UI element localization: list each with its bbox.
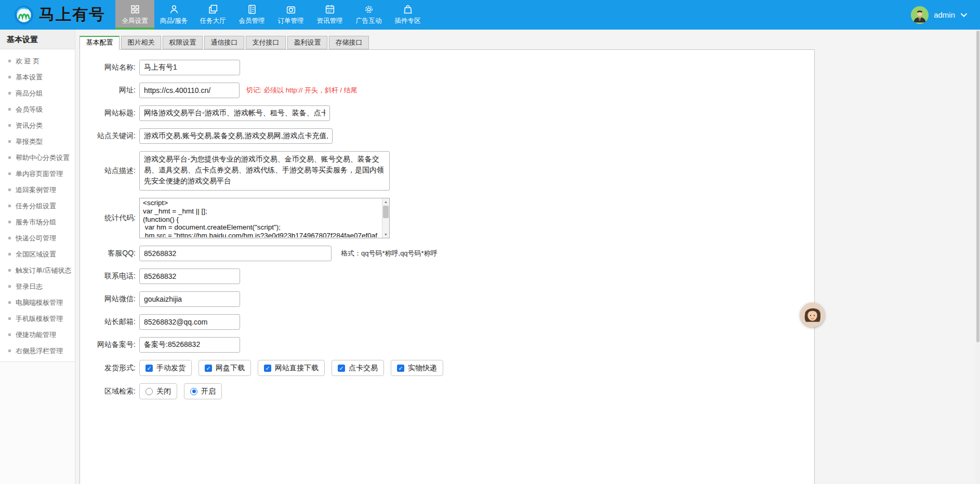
scroll-down-icon[interactable]: ▼: [382, 231, 389, 238]
field-label: 网站备案号:: [83, 340, 136, 349]
tab-storage-api[interactable]: 存储接口: [329, 36, 369, 49]
calendar-icon: [324, 4, 336, 15]
form-row-delivery: 发货形式: 手动发货 网盘下载 网站直接下载 点卡交易: [80, 360, 814, 376]
radio-checked-icon: [190, 388, 197, 395]
sidebar-item-news-categories[interactable]: 资讯分类: [0, 117, 75, 133]
field-label: 客服QQ:: [83, 249, 136, 258]
nav-item-news[interactable]: 资讯管理: [310, 0, 349, 30]
sidebar-item-mobile-templates[interactable]: 手机版模板管理: [0, 311, 75, 327]
nav-item-members[interactable]: 会员管理: [232, 0, 271, 30]
user-icon: [168, 4, 180, 15]
form-row-icp-number: 网站备案号:: [80, 337, 814, 353]
sidebar-item-task-groups[interactable]: 任务分组设置: [0, 198, 75, 214]
scroll-up-icon[interactable]: ▲: [382, 198, 389, 205]
user-menu[interactable]: admin: [911, 0, 968, 30]
topbar: 马上有号 全局设置 商品/服务 任务大厅: [0, 0, 980, 30]
checkbox-manual-delivery[interactable]: 手动发货: [139, 360, 192, 376]
sidebar-item-recovery-cases[interactable]: 追回案例管理: [0, 182, 75, 198]
bullet-icon: [8, 285, 11, 288]
sidebar-item-single-pages[interactable]: 单内容页面管理: [0, 166, 75, 182]
site-name-input[interactable]: [139, 60, 240, 75]
checkbox-card-trade[interactable]: 点卡交易: [332, 360, 384, 376]
site-keywords-input[interactable]: [139, 128, 333, 144]
tab-profit-settings[interactable]: 盈利设置: [287, 36, 327, 49]
form-row-contact-phone: 联系电话:: [80, 268, 814, 284]
nav-item-ads[interactable]: 广告互动: [349, 0, 388, 30]
bullet-icon: [8, 301, 11, 304]
sidebar-item-help-categories[interactable]: 帮助中心分类设置: [0, 150, 75, 166]
sidebar-item-basic-settings[interactable]: 基本设置: [0, 69, 75, 85]
site-wechat-input[interactable]: [139, 291, 240, 307]
service-qq-input[interactable]: [139, 246, 332, 261]
bag-icon: [402, 4, 414, 15]
tab-images[interactable]: 图片相关: [121, 36, 161, 49]
sidebar-item-report-types[interactable]: 举报类型: [0, 133, 75, 150]
tab-payment-api[interactable]: 支付接口: [246, 36, 286, 49]
tab-communication-api[interactable]: 通信接口: [204, 36, 244, 49]
app-logo: 马上有号: [0, 0, 115, 30]
sidebar-item-product-groups[interactable]: 商品分组: [0, 85, 75, 101]
bullet-icon: [8, 205, 11, 207]
icp-number-input[interactable]: [139, 337, 240, 353]
sidebar-item-right-float-bar[interactable]: 右侧悬浮栏管理: [0, 343, 75, 359]
sidebar-item-trigger-order-status[interactable]: 触发订单/店铺状态: [0, 262, 75, 278]
site-title-input[interactable]: [139, 105, 330, 121]
sidebar-list: 欢 迎 页 基本设置 商品分组 会员等级 资讯分类 举报类型 帮助中心分类设置 …: [0, 49, 75, 359]
checkbox-physical-express[interactable]: 实物快递: [391, 360, 443, 376]
site-url-input[interactable]: [139, 83, 240, 98]
tab-basic-config[interactable]: 基本配置: [80, 36, 120, 50]
checkbox-direct-download[interactable]: 网站直接下载: [258, 360, 325, 376]
sidebar-item-pc-templates[interactable]: 电脑端模板管理: [0, 294, 75, 311]
form-row-admin-email: 站长邮箱:: [80, 314, 814, 330]
radio-region-off[interactable]: 关闭: [139, 383, 177, 399]
sidebar-item-quick-functions[interactable]: 便捷功能管理: [0, 327, 75, 343]
nav-item-global-settings[interactable]: 全局设置: [115, 0, 154, 30]
textarea-scrollbar[interactable]: ▲ ▼: [382, 198, 389, 238]
qq-format-hint: 格式：qq号码*称呼,qq号码*称呼: [341, 249, 438, 258]
nav-item-task-hall[interactable]: 任务大厅: [193, 0, 232, 30]
form-row-service-qq: 客服QQ: 格式：qq号码*称呼,qq号码*称呼: [80, 246, 814, 261]
sidebar-item-login-logs[interactable]: 登录日志: [0, 278, 75, 294]
sidebar-item-region-settings[interactable]: 全国区域设置: [0, 246, 75, 262]
admin-avatar: [911, 6, 929, 24]
main-content: 基本配置 图片相关 权限设置 通信接口 支付接口 盈利设置 存储接口 网站名称:…: [75, 30, 980, 484]
radio-region-on[interactable]: 开启: [184, 383, 222, 399]
bullet-icon: [8, 237, 11, 239]
sidebar-item-service-market-groups[interactable]: 服务市场分组: [0, 214, 75, 230]
sidebar-item-member-levels[interactable]: 会员等级: [0, 101, 75, 117]
form-row-site-description: 站点描述: 游戏交易平台-为您提供专业的游戏币交易、金币交易、账号交易、装备交易…: [80, 151, 814, 191]
bullet-icon: [8, 317, 11, 320]
site-description-textarea[interactable]: 游戏交易平台-为您提供专业的游戏币交易、金币交易、账号交易、装备交易、道具交易、…: [139, 151, 390, 191]
tab-permissions[interactable]: 权限设置: [163, 36, 203, 49]
bullet-icon: [8, 140, 11, 143]
form-row-stats-code: 统计代码: <script> var _hmt = _hmt || []; (f…: [80, 198, 814, 238]
bullet-icon: [8, 124, 11, 127]
nav-item-products[interactable]: 商品/服务: [154, 0, 193, 30]
tab-bar: 基本配置 图片相关 权限设置 通信接口 支付接口 盈利设置 存储接口: [80, 36, 370, 50]
field-label: 网站标题:: [83, 109, 136, 118]
page-scrollbar[interactable]: [975, 30, 980, 484]
sidebar-item-express-companies[interactable]: 快递公司管理: [0, 230, 75, 246]
bullet-icon: [8, 221, 11, 223]
service-avatar[interactable]: [800, 303, 825, 327]
sidebar-item-welcome[interactable]: 欢 迎 页: [0, 53, 75, 69]
delivery-options: 手动发货 网盘下载 网站直接下载 点卡交易 实物快递: [139, 360, 443, 376]
field-label: 站点关键词:: [83, 131, 136, 141]
nav-item-plugins[interactable]: 插件专区: [388, 0, 427, 30]
camera-icon: [285, 4, 297, 15]
logo-text: 马上有号: [39, 4, 105, 25]
field-label: 统计代码:: [83, 213, 136, 223]
contact-phone-input[interactable]: [139, 268, 240, 284]
scroll-thumb[interactable]: [383, 206, 389, 218]
form-row-site-url: 网址: 切记: 必须以 http:// 开头，斜杆 / 结尾: [80, 83, 814, 98]
bullet-icon: [8, 108, 11, 111]
nav-item-orders[interactable]: 订单管理: [271, 0, 310, 30]
bullet-icon: [8, 349, 11, 352]
stats-code-textarea[interactable]: <script> var _hmt = _hmt || []; (functio…: [139, 198, 390, 238]
page-scrollbar-thumb[interactable]: [976, 31, 979, 342]
field-label: 站长邮箱:: [83, 317, 136, 327]
sidebar-footer: [0, 361, 75, 484]
copy-icon: [207, 4, 219, 15]
checkbox-netdisk-download[interactable]: 网盘下载: [198, 360, 251, 376]
admin-email-input[interactable]: [139, 314, 240, 330]
